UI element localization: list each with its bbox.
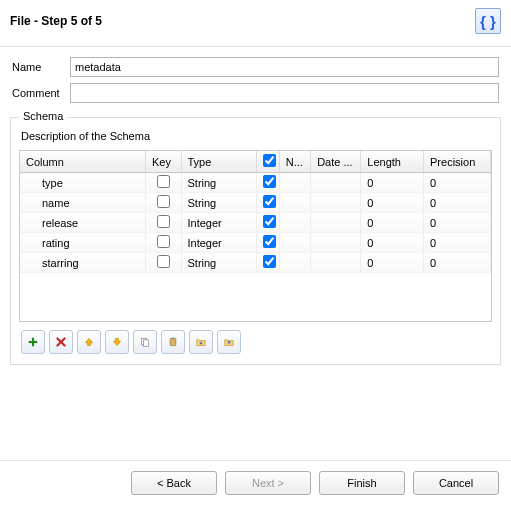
move-up-button[interactable] [77,330,101,354]
table-row[interactable]: ratingInteger00 [20,233,491,253]
nullable-checkbox[interactable] [263,235,276,248]
copy-button[interactable] [133,330,157,354]
col-header-type[interactable]: Type [181,151,256,173]
cell-nullable[interactable] [256,253,279,273]
nullable-checkbox[interactable] [263,255,276,268]
paste-icon [168,335,178,349]
paste-button[interactable] [161,330,185,354]
name-input[interactable] [70,57,499,77]
col-header-length[interactable]: Length [361,151,424,173]
back-button[interactable]: < Back [131,471,217,495]
key-checkbox[interactable] [157,175,170,188]
cell-length[interactable]: 0 [361,253,424,273]
cell-nullable[interactable] [256,173,279,193]
copy-icon [140,335,150,349]
col-header-column[interactable]: Column [20,151,145,173]
name-label: Name [12,61,70,73]
cell-length[interactable]: 0 [361,193,424,213]
cell-type[interactable]: Integer [181,233,256,253]
cell-precision[interactable]: 0 [424,173,491,193]
cell-date[interactable] [311,173,361,193]
key-checkbox[interactable] [157,255,170,268]
nullable-checkbox[interactable] [263,175,276,188]
x-icon [56,335,66,349]
table-row[interactable]: starringString00 [20,253,491,273]
comment-input[interactable] [70,83,499,103]
finish-button[interactable]: Finish [319,471,405,495]
cell-precision[interactable]: 0 [424,253,491,273]
next-button[interactable]: Next > [225,471,311,495]
nullable-checkbox[interactable] [263,215,276,228]
arrow-up-icon [84,335,94,349]
delete-button[interactable] [49,330,73,354]
braces-icon: { } [475,8,501,34]
cell-column[interactable]: type [20,173,145,193]
svg-rect-3 [144,340,149,346]
arrow-down-icon [112,335,122,349]
nullable-checkbox[interactable] [263,195,276,208]
col-header-date[interactable]: Date ... [311,151,361,173]
cell-type[interactable]: Integer [181,213,256,233]
key-checkbox[interactable] [157,235,170,248]
svg-rect-5 [172,338,175,339]
move-down-button[interactable] [105,330,129,354]
cell-date[interactable] [311,233,361,253]
cell-n [279,253,310,273]
cell-n [279,173,310,193]
svg-rect-1 [29,341,38,343]
cell-n [279,193,310,213]
header-checkbox[interactable] [263,154,276,167]
cell-precision[interactable]: 0 [424,233,491,253]
cell-type[interactable]: String [181,173,256,193]
cell-nullable[interactable] [256,213,279,233]
cell-n [279,233,310,253]
col-header-key[interactable]: Key [145,151,181,173]
folder-out-icon [224,335,234,349]
cell-precision[interactable]: 0 [424,213,491,233]
table-row[interactable]: nameString00 [20,193,491,213]
col-header-n[interactable]: N... [279,151,310,173]
plus-icon [28,335,38,349]
folder-in-icon [196,335,206,349]
cell-key[interactable] [145,213,181,233]
cell-nullable[interactable] [256,233,279,253]
cell-column[interactable]: rating [20,233,145,253]
schema-table[interactable]: Column Key Type N... Date ... Length Pre… [19,150,492,322]
page-title: File - Step 5 of 5 [10,14,102,28]
col-header-precision[interactable]: Precision [424,151,491,173]
cell-length[interactable]: 0 [361,233,424,253]
cell-n [279,213,310,233]
table-row[interactable]: typeString00 [20,173,491,193]
schema-toolbar [19,322,492,354]
comment-label: Comment [12,87,70,99]
key-checkbox[interactable] [157,195,170,208]
cell-key[interactable] [145,253,181,273]
cell-key[interactable] [145,173,181,193]
cell-key[interactable] [145,233,181,253]
schema-group-label: Schema [19,110,67,122]
cell-nullable[interactable] [256,193,279,213]
col-header-checkbox[interactable] [256,151,279,173]
key-checkbox[interactable] [157,215,170,228]
cancel-button[interactable]: Cancel [413,471,499,495]
cell-column[interactable]: name [20,193,145,213]
cell-date[interactable] [311,193,361,213]
cell-date[interactable] [311,213,361,233]
cell-precision[interactable]: 0 [424,193,491,213]
cell-column[interactable]: release [20,213,145,233]
cell-type[interactable]: String [181,193,256,213]
cell-key[interactable] [145,193,181,213]
cell-length[interactable]: 0 [361,173,424,193]
add-button[interactable] [21,330,45,354]
cell-type[interactable]: String [181,253,256,273]
export-button[interactable] [217,330,241,354]
cell-length[interactable]: 0 [361,213,424,233]
svg-rect-4 [170,338,176,345]
schema-description-label: Description of the Schema [21,130,492,142]
import-button[interactable] [189,330,213,354]
cell-column[interactable]: starring [20,253,145,273]
cell-date[interactable] [311,253,361,273]
wizard-button-bar: < Back Next > Finish Cancel [0,460,511,505]
table-row[interactable]: releaseInteger00 [20,213,491,233]
